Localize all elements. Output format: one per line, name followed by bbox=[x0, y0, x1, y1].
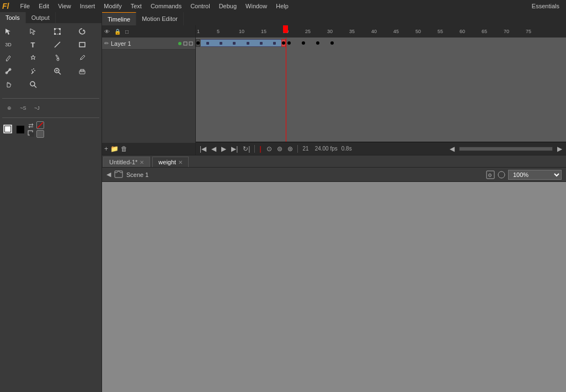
tab-untitled[interactable]: Untitled-1* ✕ bbox=[103, 157, 150, 167]
svg-line-8 bbox=[6, 69, 10, 73]
tween-bar bbox=[201, 39, 281, 47]
add-layer-btn[interactable]: + bbox=[104, 145, 108, 153]
subselection-tool[interactable] bbox=[27, 25, 39, 37]
selection-tool[interactable] bbox=[2, 25, 14, 37]
rectangle-tool[interactable] bbox=[76, 39, 88, 51]
zoom-tool[interactable] bbox=[51, 65, 63, 77]
timeline-panel: Timeline Motion Editor 👁 🔒 □ ✏ Layer 1 bbox=[102, 12, 566, 155]
svg-rect-3 bbox=[54, 33, 56, 35]
go-to-first-btn[interactable]: |◀ bbox=[198, 145, 208, 153]
bone-tool[interactable] bbox=[2, 65, 14, 77]
frame-marker-btn[interactable]: | bbox=[258, 145, 263, 153]
svg-rect-6 bbox=[79, 42, 85, 47]
onion-skin-outline-btn[interactable]: ⊚ bbox=[275, 145, 284, 153]
smooth-tool[interactable]: ~S bbox=[17, 102, 29, 114]
straighten-tool[interactable]: ~J bbox=[31, 102, 43, 114]
menu-insert[interactable]: Insert bbox=[76, 2, 100, 10]
menu-edit[interactable]: Edit bbox=[34, 2, 54, 10]
ruler-65: 65 bbox=[482, 29, 487, 34]
frames-content[interactable] bbox=[196, 37, 566, 142]
keyframe-1 bbox=[196, 39, 200, 47]
left-panel: Tools Output 3D T bbox=[0, 12, 102, 392]
spray-tool[interactable] bbox=[27, 65, 39, 77]
menu-debug[interactable]: Debug bbox=[215, 2, 241, 10]
swap-colors-icon[interactable] bbox=[28, 122, 34, 129]
free-transform-tool[interactable] bbox=[51, 25, 63, 37]
deco-tool[interactable] bbox=[27, 52, 39, 64]
tab-motion-editor[interactable]: Motion Editor bbox=[136, 12, 184, 25]
menu-help[interactable]: Help bbox=[271, 2, 293, 10]
menu-text[interactable]: Text bbox=[126, 2, 146, 10]
eyedropper-tool[interactable] bbox=[76, 52, 88, 64]
time-display: 0.8s bbox=[341, 146, 352, 152]
layer-visible-dot bbox=[178, 41, 182, 46]
ruler-15: 15 bbox=[261, 29, 266, 34]
playhead-full bbox=[286, 37, 286, 142]
layer-lock-dot bbox=[183, 41, 188, 46]
tab-weight-label: weight bbox=[158, 159, 176, 165]
scene-name[interactable]: Scene 1 bbox=[126, 171, 148, 178]
layer-name: Layer 1 bbox=[111, 40, 178, 47]
main-layout: Tools Output 3D T bbox=[0, 12, 566, 392]
text-tool[interactable]: T bbox=[27, 39, 39, 51]
layer-panel: 👁 🔒 □ ✏ Layer 1 bbox=[102, 25, 196, 155]
back-arrow[interactable]: ◀ bbox=[106, 171, 111, 178]
timeline-scrollbar[interactable] bbox=[459, 147, 553, 151]
workspace-label[interactable]: Essentials bbox=[527, 2, 564, 10]
ruler-50: 50 bbox=[415, 29, 421, 34]
layer-outline-dot bbox=[189, 41, 193, 46]
menu-file[interactable]: File bbox=[15, 2, 34, 10]
scrollbar-left[interactable]: ◀ bbox=[448, 145, 456, 153]
line-tool[interactable] bbox=[51, 39, 63, 51]
step-forward-btn[interactable]: ▶| bbox=[229, 145, 239, 153]
stroke-color-swatch[interactable] bbox=[3, 125, 13, 135]
menu-commands[interactable]: Commands bbox=[146, 2, 186, 10]
zoom-select[interactable]: 100% 50% 200% Fit in Window bbox=[508, 170, 562, 180]
tab-output[interactable]: Output bbox=[26, 12, 56, 23]
layer-header: 👁 🔒 □ bbox=[102, 25, 195, 37]
svg-rect-31 bbox=[184, 42, 187, 45]
eraser-tool[interactable] bbox=[76, 65, 88, 77]
tab-untitled-label: Untitled-1* bbox=[109, 159, 137, 165]
ruler-45: 45 bbox=[393, 29, 399, 34]
stage-options-icon[interactable]: ⚙ bbox=[486, 170, 495, 179]
menu-window[interactable]: Window bbox=[241, 2, 271, 10]
ruler-1: 1 bbox=[197, 29, 200, 34]
add-folder-btn[interactable]: 📁 bbox=[110, 145, 119, 153]
menu-view[interactable]: View bbox=[54, 2, 76, 10]
step-back-btn[interactable]: ◀ bbox=[210, 145, 218, 153]
svg-rect-1 bbox=[54, 28, 56, 30]
fill-color-swatch[interactable] bbox=[15, 125, 25, 135]
clip-icon[interactable] bbox=[497, 170, 506, 179]
3d-tool[interactable]: 3D bbox=[2, 39, 14, 51]
scrollbar-right[interactable]: ▶ bbox=[556, 145, 564, 153]
delete-layer-btn[interactable]: 🗑 bbox=[121, 145, 127, 153]
svg-rect-32 bbox=[189, 42, 193, 45]
snap-tool[interactable]: ⊕ bbox=[3, 102, 15, 114]
layer-row[interactable]: ✏ Layer 1 bbox=[102, 37, 195, 50]
loop-btn[interactable]: ↻| bbox=[241, 145, 252, 153]
onion-skin-btn[interactable]: ⊙ bbox=[265, 145, 274, 153]
pencil-tool[interactable] bbox=[2, 52, 14, 64]
tab-untitled-close[interactable]: ✕ bbox=[140, 159, 144, 165]
default-colors-icon[interactable] bbox=[28, 130, 34, 137]
play-btn[interactable]: ▶ bbox=[220, 145, 228, 153]
menu-control[interactable]: Control bbox=[186, 2, 214, 10]
hand-tool[interactable] bbox=[2, 78, 14, 90]
svg-rect-4 bbox=[59, 33, 61, 35]
tab-weight-close[interactable]: ✕ bbox=[178, 159, 183, 165]
timeline-content: 👁 🔒 □ ✏ Layer 1 bbox=[102, 25, 566, 155]
tab-tools[interactable]: Tools bbox=[0, 12, 26, 23]
no-color-icon[interactable] bbox=[36, 121, 44, 129]
tab-weight[interactable]: weight ✕ bbox=[152, 157, 189, 167]
edit-onion-btn[interactable]: ⊛ bbox=[286, 145, 295, 153]
zoom-tool-2[interactable] bbox=[27, 78, 39, 90]
lasso-tool[interactable] bbox=[76, 25, 88, 37]
paint-bucket-tool[interactable] bbox=[51, 52, 63, 64]
outline-icon: □ bbox=[125, 29, 129, 35]
tab-timeline[interactable]: Timeline bbox=[102, 12, 136, 25]
menu-modify[interactable]: Modify bbox=[99, 2, 126, 10]
solid-color-icon[interactable] bbox=[36, 130, 44, 138]
stage-canvas bbox=[102, 182, 566, 392]
layer-footer: + 📁 🗑 bbox=[102, 143, 195, 155]
